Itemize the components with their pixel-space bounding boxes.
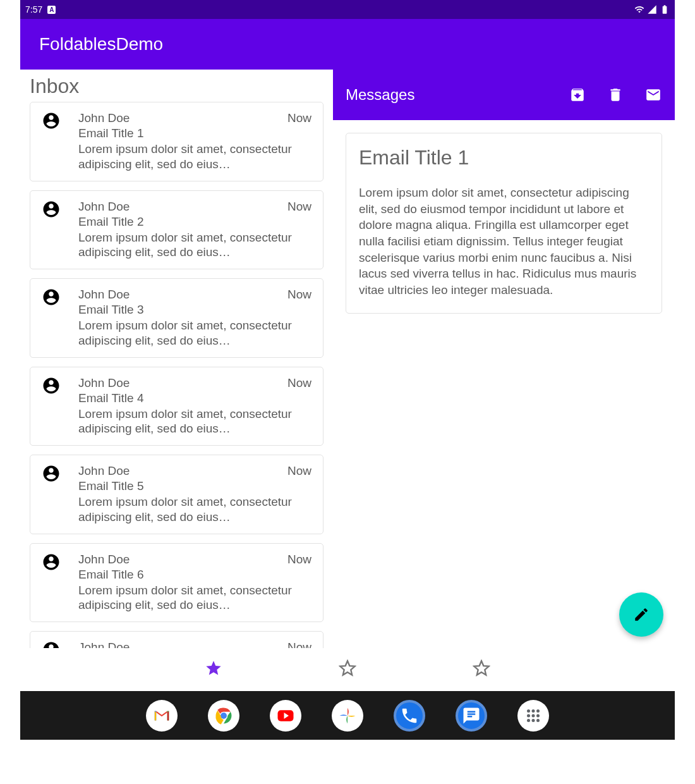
avatar-icon [42,200,61,260]
star-filled-icon [205,659,222,677]
messages-title: Messages [346,86,414,104]
avatar-icon [42,464,61,525]
youtube-icon [276,706,295,725]
avatar-icon [42,288,61,348]
email-item[interactable]: John DoeNowEmail Title 3Lorem ipsum dolo… [30,278,323,358]
email-title: Email Title 5 [78,479,311,493]
email-title: Email Title 6 [78,568,311,582]
delete-button[interactable] [607,86,624,104]
message-body: Lorem ipsum dolor sit amet, consectetur … [359,185,649,298]
svg-point-5 [536,709,540,713]
phone-app-icon[interactable] [394,700,425,732]
chrome-icon [214,706,233,725]
inbox-pane: Inbox John DoeNowEmail Title 1Lorem ipsu… [20,70,333,648]
mail-icon [645,87,662,103]
avatar-icon [42,640,61,648]
grid-icon [524,706,543,725]
svg-point-3 [527,709,530,713]
email-item[interactable]: John DoeNowEmail Title 6Lorem ipsum dolo… [30,543,323,623]
email-title: Email Title 2 [78,215,311,229]
avatar-icon [42,376,61,437]
svg-point-11 [536,719,540,722]
email-item[interactable]: John DoeNowEmail Title 7Lorem ipsum dolo… [30,631,323,648]
email-sender: John Doe [78,640,130,648]
email-item[interactable]: John DoeNowEmail Title 2Lorem ipsum dolo… [30,190,323,270]
svg-point-1 [221,713,227,719]
nav-tab-1[interactable] [205,659,222,680]
app-title: FoldablesDemo [39,34,163,54]
message-icon [462,706,481,725]
delete-icon [607,87,624,103]
message-card: Email Title 1 Lorem ipsum dolor sit amet… [346,133,662,314]
svg-point-10 [532,719,535,722]
email-snippet: Lorem ipsum dolor sit amet, consectetur … [78,494,311,525]
photos-app-icon[interactable] [332,700,363,732]
archive-icon [569,87,586,103]
phone-icon [400,706,419,725]
app-bar: FoldablesDemo [20,19,675,70]
messages-app-icon[interactable] [456,700,487,732]
archive-button[interactable] [569,86,586,104]
email-snippet: Lorem ipsum dolor sit amet, consectetur … [78,142,311,172]
email-sender: John Doe [78,376,130,390]
svg-point-7 [532,714,535,717]
email-time: Now [287,553,311,567]
compose-fab[interactable] [619,592,663,637]
avatar-icon [42,111,61,172]
youtube-app-icon[interactable] [270,700,301,732]
photos-icon [338,706,357,725]
email-item[interactable]: John DoeNowEmail Title 1Lorem ipsum dolo… [30,102,323,181]
email-time: Now [287,464,311,478]
email-snippet: Lorem ipsum dolor sit amet, consectetur … [78,318,311,348]
email-time: Now [287,376,311,390]
mail-button[interactable] [644,86,662,104]
email-time: Now [287,288,311,302]
nav-tab-3[interactable] [473,659,490,680]
svg-point-4 [532,709,535,713]
email-snippet: Lorem ipsum dolor sit amet, consectetur … [78,407,311,437]
email-time: Now [287,640,311,648]
svg-point-6 [527,714,530,717]
avatar-icon [42,553,61,613]
gmail-icon [152,706,171,725]
system-dock [20,691,675,740]
status-time: 7:57 [25,4,42,15]
gmail-app-icon[interactable] [146,700,178,732]
email-list[interactable]: John DoeNowEmail Title 1Lorem ipsum dolo… [20,102,333,648]
messages-bar: Messages [333,70,675,120]
email-sender: John Doe [78,553,130,567]
wifi-icon [634,4,644,15]
email-sender: John Doe [78,200,130,214]
email-time: Now [287,200,311,214]
nav-tab-2[interactable] [339,659,356,680]
inbox-header: Inbox [20,70,333,102]
email-title: Email Title 4 [78,391,311,405]
email-item[interactable]: John DoeNowEmail Title 5Lorem ipsum dolo… [30,455,323,534]
status-bar: 7:57 A [20,0,675,19]
star-outline-icon [339,659,356,677]
message-title: Email Title 1 [359,146,649,169]
apps-drawer-icon[interactable] [517,700,549,732]
svg-point-8 [536,714,540,717]
bottom-nav [20,648,675,691]
email-item[interactable]: John DoeNowEmail Title 4Lorem ipsum dolo… [30,367,323,446]
edit-icon [633,606,650,623]
email-sender: John Doe [78,464,130,478]
chrome-app-icon[interactable] [208,700,239,732]
svg-point-9 [527,719,530,722]
email-title: Email Title 3 [78,303,311,317]
email-sender: John Doe [78,111,130,125]
email-snippet: Lorem ipsum dolor sit amet, consectetur … [78,230,311,260]
email-title: Email Title 1 [78,126,311,140]
email-sender: John Doe [78,288,130,302]
battery-icon [660,4,670,15]
message-pane: Messages Email Title 1 Lorem ipsum [333,70,675,648]
status-badge: A [47,6,56,14]
email-time: Now [287,111,311,125]
signal-icon [647,4,657,15]
status-icons [634,4,670,15]
star-outline-icon [473,659,490,677]
email-snippet: Lorem ipsum dolor sit amet, consectetur … [78,583,311,613]
